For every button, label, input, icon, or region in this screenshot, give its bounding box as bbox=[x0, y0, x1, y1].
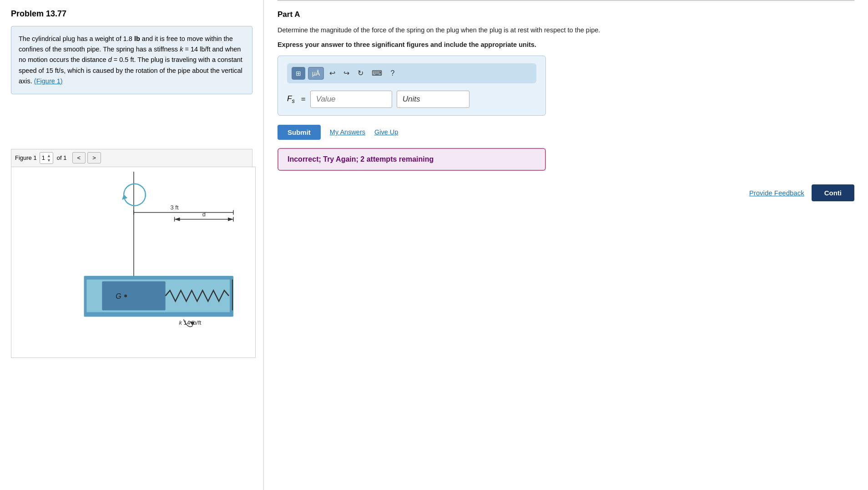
equals-sign: = bbox=[301, 95, 306, 104]
give-up-button[interactable]: Give Up bbox=[374, 128, 398, 136]
feedback-text: Incorrect; Try Again; 2 attempts remaini… bbox=[288, 155, 434, 163]
problem-text-box: The cylindrical plug has a weight of 1.8… bbox=[11, 26, 252, 94]
svg-text:d: d bbox=[202, 211, 206, 218]
spinner-down[interactable]: ▼ bbox=[47, 158, 51, 163]
svg-rect-14 bbox=[102, 281, 165, 311]
express-instruction: Express your answer to three significant… bbox=[278, 41, 854, 48]
problem-text: The cylindrical plug has a weight of 1.8… bbox=[19, 35, 242, 85]
top-divider bbox=[278, 0, 854, 1]
left-panel: Problem 13.77 The cylindrical plug has a… bbox=[0, 0, 264, 490]
submit-button[interactable]: Submit bbox=[278, 125, 321, 140]
next-figure-button[interactable]: > bbox=[87, 152, 101, 163]
my-answers-button[interactable]: My Answers bbox=[330, 128, 365, 136]
submit-row: Submit My Answers Give Up bbox=[278, 125, 854, 140]
figure-label: Figure 1 bbox=[15, 154, 37, 161]
svg-marker-10 bbox=[175, 217, 180, 221]
spinner-up[interactable]: ▲ bbox=[47, 153, 51, 158]
provide-feedback-button[interactable]: Provide Feedback bbox=[749, 189, 804, 197]
redo-button[interactable]: ↪ bbox=[341, 67, 352, 79]
keyboard-button[interactable]: ⌨ bbox=[369, 67, 385, 79]
prev-figure-button[interactable]: < bbox=[72, 152, 86, 163]
answer-container: ⊞ μÅ ↩ ↪ ↻ ⌨ ? Fs = bbox=[278, 56, 546, 116]
variable-label: Fs bbox=[287, 94, 295, 104]
figure-number: 1 bbox=[42, 154, 45, 161]
right-panel: Part A Determine the magnitude of the fo… bbox=[264, 0, 868, 490]
value-input[interactable] bbox=[310, 91, 392, 108]
units-input[interactable] bbox=[397, 91, 469, 108]
figure-canvas: 3 ft d G k bbox=[11, 167, 256, 358]
undo-button[interactable]: ↩ bbox=[327, 67, 338, 79]
part-title: Part A bbox=[278, 10, 854, 19]
feedback-box: Incorrect; Try Again; 2 attempts remaini… bbox=[278, 148, 546, 171]
svg-text:G: G bbox=[116, 292, 121, 300]
mu-button[interactable]: μÅ bbox=[308, 67, 324, 80]
svg-marker-11 bbox=[228, 217, 233, 221]
input-row: Fs = bbox=[287, 91, 536, 108]
svg-point-16 bbox=[124, 295, 127, 297]
figure-diagram: 3 ft d G k bbox=[11, 167, 255, 357]
figure1-link[interactable]: (Figure 1) bbox=[34, 77, 63, 85]
spinner-arrows[interactable]: ▲ ▼ bbox=[47, 153, 51, 163]
figure-spinner[interactable]: 1 ▲ ▼ bbox=[40, 152, 53, 164]
svg-text:3 ft: 3 ft bbox=[171, 204, 179, 210]
part-description: Determine the magnitude of the force of … bbox=[278, 26, 854, 36]
grid-button[interactable]: ⊞ bbox=[292, 67, 305, 80]
answer-toolbar: ⊞ μÅ ↩ ↪ ↻ ⌨ ? bbox=[287, 63, 536, 83]
svg-text:k
          14 lb/ft: k 14 lb/ft bbox=[179, 319, 202, 326]
figure-controls: Figure 1 1 ▲ ▼ of 1 < > bbox=[11, 149, 252, 167]
bottom-row: Provide Feedback Conti bbox=[278, 184, 854, 201]
help-button[interactable]: ? bbox=[388, 67, 397, 79]
figure-of: of 1 bbox=[57, 154, 67, 161]
continue-button[interactable]: Conti bbox=[812, 184, 854, 201]
reload-button[interactable]: ↻ bbox=[355, 67, 366, 79]
problem-title: Problem 13.77 bbox=[11, 9, 252, 19]
